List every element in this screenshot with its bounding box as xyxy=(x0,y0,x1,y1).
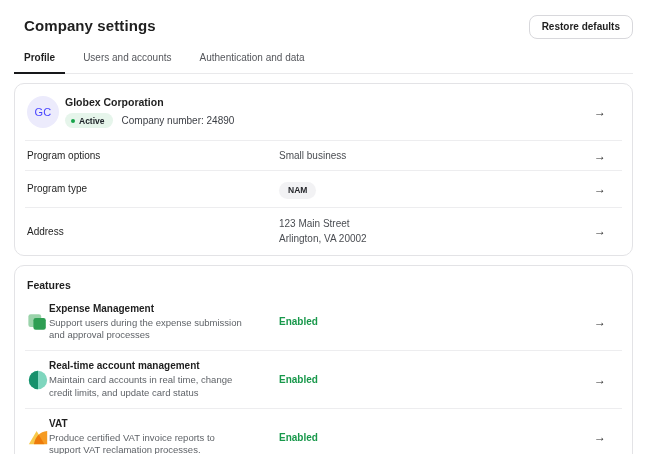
feature-description: Produce certified VAT invoice reports to… xyxy=(49,432,245,454)
arrow-right-icon: → xyxy=(594,106,606,118)
status-badge-label: Active xyxy=(79,116,105,126)
feature-title: Real-time account management xyxy=(49,360,279,371)
company-number: Company number: 24890 xyxy=(122,115,235,126)
row-value: 123 Main Street Arlington, VA 20002 xyxy=(279,216,594,247)
feature-status: Enabled xyxy=(279,374,594,385)
row-program-type[interactable]: Program type NAM → xyxy=(15,171,632,207)
tab-authentication-and-data[interactable]: Authentication and data xyxy=(190,52,315,74)
feature-title: VAT xyxy=(49,418,279,429)
feature-text: VAT Produce certified VAT invoice report… xyxy=(49,418,279,454)
vat-icon xyxy=(27,426,49,448)
arrow-right-icon: → xyxy=(594,150,606,162)
features-heading: Features xyxy=(15,266,632,294)
company-profile-card: GC Globex Corporation Active Company num… xyxy=(14,83,633,256)
page-header: Company settings Restore defaults xyxy=(0,0,647,39)
arrow-right-icon: → xyxy=(594,374,606,386)
tab-users-and-accounts[interactable]: Users and accounts xyxy=(73,52,181,74)
tab-profile[interactable]: Profile xyxy=(14,52,65,74)
company-summary-row[interactable]: GC Globex Corporation Active Company num… xyxy=(15,84,632,140)
address-line-2: Arlington, VA 20002 xyxy=(279,231,594,247)
feature-status: Enabled xyxy=(279,316,594,327)
feature-row-expense-management[interactable]: Expense Management Support users during … xyxy=(15,294,632,351)
arrow-right-icon: → xyxy=(594,225,606,237)
status-badge: Active xyxy=(65,113,113,128)
row-label: Program type xyxy=(27,183,279,194)
tab-bar: Profile Users and accounts Authenticatio… xyxy=(14,52,633,74)
company-name: Globex Corporation xyxy=(65,96,234,108)
status-dot-icon xyxy=(71,119,75,123)
row-address[interactable]: Address 123 Main Street Arlington, VA 20… xyxy=(15,208,632,255)
arrow-right-icon: → xyxy=(594,316,606,328)
row-label: Address xyxy=(27,226,279,237)
feature-text: Real-time account management Maintain ca… xyxy=(49,360,279,399)
row-label: Program options xyxy=(27,150,279,161)
row-value: Small business xyxy=(279,150,594,161)
feature-title: Expense Management xyxy=(49,303,279,314)
address-line-1: 123 Main Street xyxy=(279,216,594,232)
feature-text: Expense Management Support users during … xyxy=(49,303,279,342)
feature-row-realtime-account-management[interactable]: Real-time account management Maintain ca… xyxy=(15,351,632,408)
feature-description: Support users during the expense submiss… xyxy=(49,317,245,342)
company-info: Globex Corporation Active Company number… xyxy=(65,96,234,128)
feature-row-vat[interactable]: VAT Produce certified VAT invoice report… xyxy=(15,409,632,454)
feature-description: Maintain card accounts in real time, cha… xyxy=(49,374,245,399)
arrow-right-icon: → xyxy=(594,431,606,443)
realtime-account-management-icon xyxy=(27,369,49,391)
company-avatar: GC xyxy=(27,96,59,128)
restore-defaults-button[interactable]: Restore defaults xyxy=(529,15,633,39)
feature-status: Enabled xyxy=(279,432,594,443)
page-title: Company settings xyxy=(24,15,156,34)
features-card: Features Expense Management Support user… xyxy=(14,265,633,454)
program-type-badge: NAM xyxy=(279,182,316,199)
expense-management-icon xyxy=(27,311,49,333)
arrow-right-icon: → xyxy=(594,183,606,195)
row-program-options[interactable]: Program options Small business → xyxy=(15,141,632,170)
